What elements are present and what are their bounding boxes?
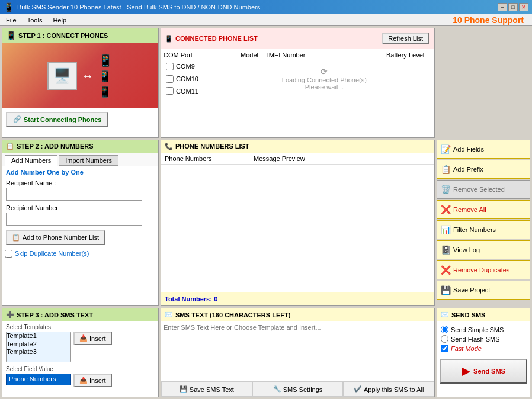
maximize-button[interactable]: □	[508, 3, 518, 11]
step1-image: 🖥️ ↔ 📱 📱 📱	[2, 43, 158, 108]
send-arrow-icon: ▶	[462, 365, 470, 378]
add-fields-icon: 📝	[441, 144, 451, 154]
step1-panel: 📱 STEP 1 : CONNECT PHONES 🖥️ ↔ 📱 📱 📱 🔗 S…	[2, 28, 159, 138]
brand-text: 10 Phone Support	[453, 15, 524, 25]
remove-all-button[interactable]: ❌ Remove All	[437, 200, 530, 219]
remove-selected-button[interactable]: 🗑️ Remove Selected	[437, 180, 530, 199]
send-sms-panel: ✉️ SEND SMS Send Simple SMS Send Flash S…	[437, 308, 530, 397]
save-sms-button[interactable]: 💾 Save SMS Text	[161, 382, 252, 397]
recipient-number-label: Recipient Number:	[6, 204, 155, 211]
step3-panel: ➕ STEP 3 : ADD SMS TEXT Select Templates…	[2, 308, 159, 397]
window-title: Bulk SMS Sender 10 Phones Latest - Send …	[17, 4, 260, 11]
send-sms-icon: ✉️	[441, 311, 449, 318]
sms-text-header: SMS TEXT (160 CHARACTERS LEFT)	[175, 311, 290, 318]
com10-checkbox[interactable]	[166, 75, 174, 83]
sms-settings-icon: 🔧	[273, 385, 281, 393]
filter-numbers-button[interactable]: 📊 Filter Numbers	[437, 220, 530, 239]
insert-template-button[interactable]: 📥 Insert	[73, 332, 112, 345]
tab-add-numbers[interactable]: Add Numbers	[5, 155, 57, 166]
col-com-port: COM Port	[161, 50, 238, 60]
sms-bottom-row: 💾 Save SMS Text 🔧 SMS Settings ✔️ Apply …	[161, 381, 434, 397]
numbers-table-header: Phone Numbers Message Preview	[161, 153, 434, 165]
add-prefix-button[interactable]: 📋 Add Prefix	[437, 160, 530, 179]
flash-sms-radio[interactable]	[441, 335, 448, 343]
field-value-display[interactable]: Phone Numbers	[6, 374, 71, 385]
fast-mode-row: Fast Mode	[441, 345, 526, 352]
save-icon: 💾	[441, 285, 451, 295]
com9-row: COM9 ⟳ Loading Connected Phone(s) Please…	[161, 60, 434, 73]
select-templates-label: Select Templates	[6, 324, 155, 330]
col-model: Model	[238, 50, 265, 60]
recipient-name-label: Recipient Name :	[6, 179, 155, 186]
sms-textarea[interactable]	[161, 321, 434, 381]
save-project-button[interactable]: 💾 Save Project	[437, 281, 530, 300]
flash-sms-row: Send Flash SMS	[441, 335, 526, 343]
menu-help[interactable]: Help	[50, 16, 69, 24]
template-row: Template1 Template2 Template3 📥 Insert	[6, 332, 155, 362]
remove-all-icon: ❌	[441, 205, 451, 214]
refresh-button[interactable]: Refresh List	[382, 33, 429, 44]
menu-file[interactable]: File	[4, 16, 19, 24]
send-sms-button[interactable]: ▶ Send SMS	[440, 359, 527, 384]
loading-spinner: ⟳	[273, 67, 376, 76]
com9-checkbox[interactable]	[166, 63, 174, 70]
fast-mode-checkbox[interactable]	[441, 345, 448, 352]
menu-tools[interactable]: Tools	[25, 16, 45, 24]
phone-list-icon: 📱	[165, 35, 173, 43]
apply-sms-button[interactable]: ✔️ Apply this SMS to All	[343, 382, 434, 397]
tab-import-numbers[interactable]: Import Numbers	[59, 155, 118, 166]
add-to-list-button[interactable]: 📋 Add to Phone Number List	[6, 230, 105, 245]
flash-sms-label: Send Flash SMS	[451, 336, 500, 343]
remove-dup-icon: ❌	[441, 265, 451, 275]
insert-icon: 📥	[79, 334, 88, 342]
close-button[interactable]: ✕	[519, 3, 528, 11]
add-fields-button[interactable]: 📝 Add Fields	[437, 140, 530, 159]
skip-duplicate-checkbox[interactable]	[5, 250, 12, 258]
sms-text-icon: ✉️	[165, 311, 173, 318]
phone-table: COM Port Model IMEI Number Battery Level…	[161, 50, 434, 97]
step1-header: STEP 1 : CONNECT PHONES	[18, 32, 108, 39]
select-field-label: Select Field Value	[6, 366, 155, 372]
numbers-list-header: PHONE NUMBERS LIST	[175, 143, 249, 150]
connect-phones-button[interactable]: 🔗 Start Connecting Phones	[6, 112, 108, 127]
recipient-number-input[interactable]	[6, 213, 142, 226]
step3-icon: ➕	[6, 311, 14, 318]
col-battery: Battery Level	[384, 50, 434, 60]
col-phone-numbers: Phone Numbers	[165, 155, 254, 162]
recipient-name-input[interactable]	[6, 188, 142, 201]
apply-icon: ✔️	[354, 385, 362, 393]
numbers-list-area	[161, 165, 434, 292]
view-log-button[interactable]: 📓 View Log	[437, 240, 530, 259]
fast-mode-label: Fast Mode	[451, 345, 482, 352]
step3-header: STEP 3 : ADD SMS TEXT	[17, 311, 93, 318]
loading-message: Loading Connected Phone(s)	[273, 76, 376, 83]
com11-checkbox[interactable]	[166, 87, 174, 95]
field-value-row: Phone Numbers 📥 Insert	[6, 374, 155, 387]
template-list[interactable]: Template1 Template2 Template3	[6, 332, 71, 362]
tab-row: Add Numbers Import Numbers	[2, 153, 158, 166]
remove-selected-icon: 🗑️	[441, 185, 451, 194]
insert-field-icon: 📥	[79, 377, 88, 384]
sms-settings-button[interactable]: 🔧 SMS Settings	[252, 382, 344, 397]
phone-numbers-list-panel: 📞 PHONE NUMBERS LIST Phone Numbers Messa…	[161, 140, 435, 307]
insert-field-button[interactable]: 📥 Insert	[73, 374, 112, 387]
minimize-button[interactable]: −	[498, 3, 507, 11]
remove-duplicates-button[interactable]: ❌ Remove Duplicates	[437, 260, 530, 279]
sms-text-panel: ✉️ SMS TEXT (160 CHARACTERS LEFT) 💾 Save…	[161, 308, 435, 397]
simple-sms-radio[interactable]	[441, 326, 448, 333]
save-sms-icon: 💾	[180, 385, 188, 393]
step2-icon: 📋	[6, 143, 14, 150]
simple-sms-label: Send Simple SMS	[451, 326, 504, 333]
step2-header: STEP 2 : ADD NUMBERS	[17, 143, 94, 150]
step1-icon: 📱	[6, 31, 16, 40]
send-sms-header: SEND SMS	[451, 311, 485, 318]
step2-panel: 📋 STEP 2 : ADD NUMBERS Add Numbers Impor…	[2, 140, 159, 307]
add-list-icon: 📋	[12, 234, 20, 242]
connected-phone-list-panel: 📱 CONNECTED PHONE LIST Refresh List COM …	[161, 28, 435, 138]
add-one-label: Add Number One by One	[6, 169, 155, 176]
simple-sms-row: Send Simple SMS	[441, 326, 526, 333]
connect-icon: 🔗	[13, 115, 21, 123]
view-log-icon: 📓	[441, 245, 451, 255]
skip-label: Skip Duplicate Number(s)	[15, 250, 89, 257]
right-action-panel: 📝 Add Fields 📋 Add Prefix 🗑️ Remove Sele…	[437, 140, 530, 307]
